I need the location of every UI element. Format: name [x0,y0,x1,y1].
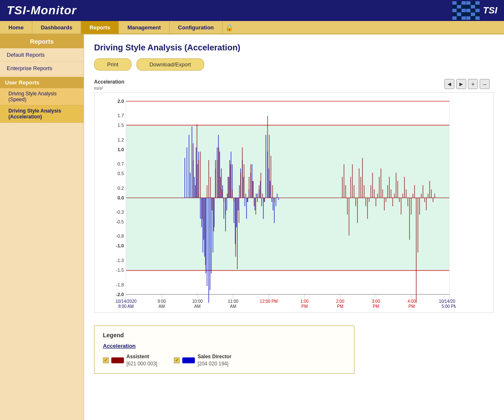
chart-svg-wrapper: 2.0 1.7 1.5 1.2 1.0 0.7 0.5 0.2 0.0 -0.3… [94,92,494,313]
svg-text:0.2: 0.2 [118,186,124,191]
svg-text:4:00: 4:00 [407,299,416,304]
svg-text:0.0: 0.0 [118,195,124,200]
sidebar-user-reports-header: User Reports [0,77,84,88]
legend-title: Legend [103,332,346,339]
nav-reports[interactable]: Reports [81,21,119,34]
x-axis-ticks [126,294,449,299]
legend-check-assistent[interactable]: ✓ [103,357,109,363]
sidebar-reports-title: Reports [0,34,84,48]
svg-text:-0.8: -0.8 [116,234,124,239]
legend-check-sales-director[interactable]: ✓ [174,357,180,363]
legend-id-sales-director: [204 020 194] [197,360,231,368]
svg-text:9:00: 9:00 [158,299,166,304]
svg-text:1.5: 1.5 [118,123,124,128]
sidebar: Reports Default Reports Enterprise Repor… [0,34,84,420]
svg-text:PM: PM [302,304,308,309]
sidebar-driving-speed[interactable]: Driving Style Analysis (Speed) [0,88,84,105]
svg-text:8:00 AM: 8:00 AM [118,304,134,309]
nav-dashboards[interactable]: Dashboards [32,21,81,34]
chart-y-unit: m/s² [94,86,494,91]
svg-text:10/14/2020: 10/14/2020 [116,299,136,304]
legend-item-sales-director: ✓ Sales Director [204 020 194] [174,353,231,368]
sidebar-driving-acceleration[interactable]: Driving Style Analysis (Acceleration) [0,105,84,123]
print-button[interactable]: Print [94,58,131,71]
svg-text:-0.3: -0.3 [116,210,124,215]
legend-section-title: Acceleration [103,343,346,349]
svg-text:-1.3: -1.3 [116,258,124,263]
tsi-logo: TSI [452,1,497,20]
chart-controls: ◄ ► + – [444,79,490,89]
export-button[interactable]: Download/Export [136,58,204,71]
logo-grid [452,1,480,20]
svg-text:-1.5: -1.5 [116,268,124,273]
legend-items: ✓ Assistent [621 000 003] ✓ Sales Direct… [103,353,346,368]
legend-box: Legend Acceleration ✓ Assistent [621 000… [94,326,354,374]
svg-text:-1.8: -1.8 [116,282,124,287]
svg-text:10:00: 10:00 [192,299,202,304]
x-axis-labels: 10/14/2020 8:00 AM 9:00 AM 10:00 AM 11:0… [116,299,456,309]
nav-configuration[interactable]: Configuration [170,21,223,34]
svg-text:-2.0: -2.0 [116,292,124,297]
app-title: TSI-Monitor [7,4,77,17]
nav-home[interactable]: Home [0,21,32,34]
chart-zoom-in-button[interactable]: + [468,79,478,89]
y-axis-labels: 2.0 1.7 1.5 1.2 1.0 0.7 0.5 0.2 0.0 -0.3… [116,99,124,297]
svg-text:PM: PM [409,304,415,309]
app-header: TSI-Monitor TSI [0,0,504,21]
svg-text:0.7: 0.7 [118,161,124,166]
lock-icon: 🔒 [225,24,234,32]
chart-next-button[interactable]: ► [456,79,466,89]
main-nav: Home Dashboards Reports Management Confi… [0,21,504,34]
page-title: Driving Style Analysis (Acceleration) [94,43,494,52]
action-buttons: Print Download/Export [94,58,494,71]
svg-text:1.7: 1.7 [118,113,124,118]
svg-text:2.0: 2.0 [118,99,124,104]
chart-y-label: Acceleration [94,79,494,85]
legend-name-sales-director: Sales Director [197,353,231,360]
svg-text:3:00: 3:00 [372,299,380,304]
svg-text:12:00 PM: 12:00 PM [260,299,278,304]
chart-zoom-out-button[interactable]: – [480,79,490,89]
svg-text:AM: AM [230,304,236,309]
svg-text:5:00 PM: 5:00 PM [441,304,456,309]
legend-name-assistent: Assistent [126,353,157,360]
svg-text:1:00: 1:00 [300,299,309,304]
sidebar-default-reports[interactable]: Default Reports [0,48,84,62]
legend-item-assistent: ✓ Assistent [621 000 003] [103,353,157,368]
legend-color-sales-director [182,357,195,363]
legend-id-assistent: [621 000 003] [126,360,157,368]
chart-container: Acceleration m/s² ◄ ► + – [94,79,494,313]
svg-text:10/14/2020: 10/14/2020 [439,299,456,304]
legend-color-assistent [111,357,124,363]
svg-text:2:00: 2:00 [336,299,344,304]
sidebar-enterprise-reports[interactable]: Enterprise Reports [0,62,84,75]
main-content: Driving Style Analysis (Acceleration) Pr… [84,34,504,420]
svg-text:AM: AM [159,304,165,309]
layout: Reports Default Reports Enterprise Repor… [0,34,504,420]
acceleration-chart: 2.0 1.7 1.5 1.2 1.0 0.7 0.5 0.2 0.0 -0.3… [94,93,456,311]
svg-text:1.2: 1.2 [118,137,124,142]
svg-text:-1.0: -1.0 [116,243,124,248]
svg-text:PM: PM [337,304,344,309]
svg-text:11:00: 11:00 [228,299,238,304]
svg-text:AM: AM [194,304,201,309]
chart-prev-button[interactable]: ◄ [444,79,454,89]
nav-management[interactable]: Management [119,21,169,34]
svg-text:-0.5: -0.5 [116,219,124,224]
svg-text:PM: PM [373,304,379,309]
svg-text:1.0: 1.0 [118,147,124,152]
svg-text:0.5: 0.5 [118,171,124,176]
logo-text: TSI [483,5,497,16]
